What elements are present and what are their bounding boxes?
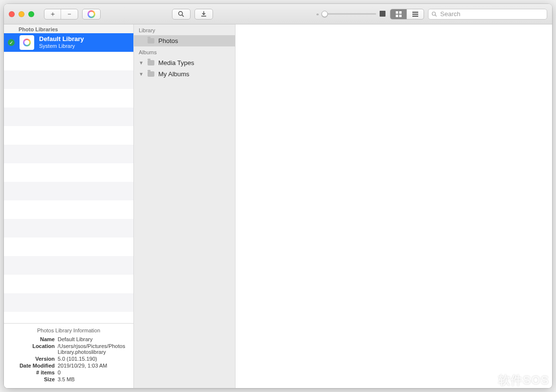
close-window-button[interactable]	[9, 11, 15, 17]
svg-rect-3	[396, 11, 398, 14]
info-value-version: 5.0 (101.15.190)	[58, 356, 128, 362]
slider-knob[interactable]	[321, 11, 328, 17]
info-key-version: Version	[9, 356, 55, 362]
library-subtitle: System Library	[39, 43, 84, 49]
info-key-name: Name	[9, 336, 55, 342]
folder-icon	[148, 71, 154, 77]
info-key-date-modified: Date Modified	[9, 363, 55, 369]
content-area	[235, 24, 552, 388]
media-types-item[interactable]: ▼ Media Types	[134, 57, 235, 68]
library-section-header: Library	[134, 24, 235, 35]
download-button[interactable]	[194, 9, 213, 20]
search-placeholder: Search	[440, 10, 460, 18]
list-view-button[interactable]	[407, 9, 424, 19]
grid-view-button[interactable]	[390, 9, 407, 19]
albums-section-header: Albums	[134, 46, 235, 57]
my-albums-item[interactable]: ▼ My Albums	[134, 68, 235, 80]
remove-library-button[interactable]: －	[61, 9, 78, 19]
thumbnail-size-slider[interactable]	[321, 13, 376, 15]
library-info-panel: Photos Library Information NameDefault L…	[4, 323, 133, 388]
svg-rect-4	[399, 11, 402, 14]
list-icon	[412, 11, 419, 18]
info-key-location: Location	[9, 343, 55, 349]
library-title: Default Library	[39, 36, 84, 43]
svg-rect-5	[396, 15, 398, 17]
add-library-button[interactable]: ＋	[44, 9, 61, 19]
library-item-default[interactable]: ✓ Default Library System Library	[4, 33, 133, 52]
my-albums-label: My Albums	[158, 70, 190, 78]
middle-sidebar: Library Photos Albums ▼ Media Types ▼ My…	[134, 24, 235, 388]
info-value-name: Default Library	[58, 336, 128, 342]
library-icon	[20, 35, 34, 50]
inspect-button[interactable]	[172, 9, 191, 20]
checkmark-icon: ✓	[8, 39, 15, 46]
grid-icon	[395, 11, 402, 18]
disclosure-triangle-icon[interactable]: ▼	[139, 71, 144, 77]
left-sidebar: Photo Libraries ✓ Default Library System…	[4, 24, 134, 388]
svg-rect-7	[412, 12, 418, 13]
download-icon	[200, 10, 208, 18]
photos-item[interactable]: Photos	[134, 35, 235, 46]
thumb-large-icon	[379, 10, 386, 18]
search-field[interactable]: Search	[428, 9, 547, 20]
magnifier-icon	[177, 10, 185, 18]
svg-rect-8	[412, 14, 418, 15]
thumbnail-size-control: ▫	[317, 10, 386, 18]
info-panel-title: Photos Library Information	[9, 327, 128, 333]
photos-app-button[interactable]	[82, 9, 101, 20]
media-types-label: Media Types	[158, 59, 194, 66]
photos-label: Photos	[158, 37, 178, 44]
photos-icon	[87, 10, 95, 18]
info-value-date-modified: 2019/10/29, 1:03 AM	[58, 363, 128, 369]
svg-point-0	[179, 11, 183, 15]
svg-point-10	[432, 12, 436, 15]
info-value-items: 0	[58, 370, 128, 375]
svg-line-11	[435, 15, 437, 16]
add-remove-segment: ＋ －	[44, 9, 78, 20]
body: Photo Libraries ✓ Default Library System…	[4, 24, 552, 388]
fullscreen-window-button[interactable]	[28, 11, 34, 17]
search-icon	[431, 11, 437, 17]
thumb-small-icon: ▫	[317, 11, 319, 17]
info-key-size: Size	[9, 376, 55, 382]
window-controls	[9, 11, 34, 17]
info-value-location: /Users/rjsos/Pictures/Photos Library.pho…	[58, 343, 128, 355]
info-value-size: 3.5 MB	[58, 376, 128, 382]
svg-line-1	[182, 15, 184, 17]
minimize-window-button[interactable]	[19, 11, 24, 17]
info-key-items: # items	[9, 370, 55, 375]
disclosure-triangle-icon[interactable]: ▼	[139, 60, 144, 65]
view-mode-segment	[390, 9, 424, 20]
titlebar: ＋ － ▫	[4, 4, 552, 24]
app-window: ＋ － ▫	[4, 4, 552, 388]
photo-libraries-header: Photo Libraries	[4, 24, 133, 33]
svg-rect-9	[412, 16, 418, 17]
svg-rect-6	[399, 15, 402, 17]
svg-rect-2	[380, 11, 385, 17]
folder-icon	[148, 38, 154, 44]
folder-icon	[148, 60, 154, 65]
